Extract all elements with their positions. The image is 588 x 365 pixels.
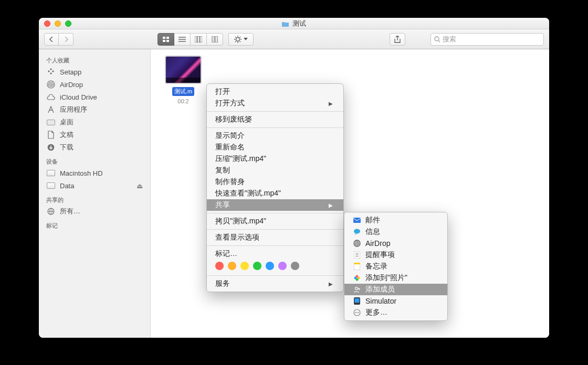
menu-view-options[interactable]: 查看显示选项 (207, 232, 343, 243)
sidebar-item-applications[interactable]: 应用程序 (39, 103, 150, 116)
share-messages[interactable]: 信息 (344, 226, 447, 238)
tag-purple[interactable] (278, 262, 287, 270)
icon-view-button[interactable] (158, 33, 174, 46)
menu-alias[interactable]: 制作替身 (207, 176, 343, 188)
svg-point-9 (236, 37, 240, 41)
sidebar-item-icloud[interactable]: iCloud Drive (39, 91, 150, 103)
svg-line-15 (240, 41, 240, 41)
tag-green[interactable] (253, 262, 261, 270)
share-mail[interactable]: 邮件 (344, 214, 447, 226)
tag-yellow[interactable] (240, 262, 249, 270)
menu-open-with[interactable]: 打开方式▶ (207, 98, 343, 109)
share-airdrop[interactable]: AirDrop (344, 238, 447, 249)
share-add-people[interactable]: 添加成员 (344, 284, 447, 295)
share-reminders[interactable]: 提醒事项 (344, 249, 447, 261)
forward-button[interactable] (59, 33, 74, 46)
svg-point-21 (49, 82, 54, 87)
tag-red[interactable] (215, 262, 224, 270)
list-view-button[interactable] (174, 33, 191, 46)
close-button[interactable] (44, 20, 50, 27)
sidebar-header-favorites: 个人收藏 (39, 52, 150, 66)
share-notes[interactable]: 备忘录 (344, 261, 447, 272)
share-simulator[interactable]: Simulator (344, 295, 447, 307)
add-people-icon (353, 285, 361, 294)
minimize-button[interactable] (55, 20, 61, 27)
file-item[interactable]: 测试.m 00:2 (160, 56, 206, 104)
sidebar-item-desktop[interactable]: 桌面 (39, 116, 150, 128)
photos-icon (353, 274, 361, 282)
disk-icon (46, 181, 56, 190)
downloads-icon (46, 143, 56, 152)
menu-separator (207, 229, 343, 230)
menu-copy[interactable]: 拷贝"测试.mp4" (207, 216, 343, 227)
applications-icon (46, 105, 56, 114)
simulator-icon (353, 297, 361, 305)
share-more[interactable]: 更多… (344, 307, 447, 318)
share-photos[interactable]: 添加到"照片" (344, 272, 447, 284)
sidebar: 个人收藏 Setapp AirDrop iCloud Drive 应用程序 桌面… (39, 49, 151, 338)
svg-rect-8 (215, 36, 217, 42)
svg-rect-1 (166, 37, 169, 39)
menu-quicklook[interactable]: 快速查看"测试.mp4" (207, 188, 343, 199)
cloud-icon (46, 92, 56, 102)
menu-services[interactable]: 服务▶ (207, 278, 343, 289)
sidebar-item-setapp[interactable]: Setapp (39, 66, 150, 78)
svg-line-19 (438, 40, 440, 42)
sidebar-header-shared: 共享的 (39, 192, 150, 205)
sidebar-item-data[interactable]: Data⏏ (39, 179, 150, 192)
sidebar-item-documents[interactable]: 文稿 (39, 128, 150, 141)
back-button[interactable] (44, 33, 59, 46)
svg-line-16 (235, 41, 236, 41)
nav-buttons (44, 33, 74, 46)
setapp-icon (46, 67, 56, 77)
tag-orange[interactable] (228, 262, 236, 270)
toolbar: 搜索 (39, 29, 549, 49)
svg-point-45 (356, 312, 358, 313)
search-icon (434, 36, 440, 42)
svg-point-27 (356, 242, 358, 244)
svg-rect-4 (195, 36, 197, 42)
svg-point-44 (355, 312, 356, 313)
menu-open[interactable]: 打开 (207, 86, 343, 98)
svg-rect-0 (163, 37, 165, 39)
menu-tags-label: 标记… (207, 248, 343, 260)
context-menu: 打开 打开方式▶ 移到废纸篓 显示简介 重新命名 压缩"测试.mp4" 复制 制… (206, 83, 344, 292)
eject-icon[interactable]: ⏏ (136, 182, 143, 190)
sidebar-item-macintosh-hd[interactable]: Macintosh HD (39, 167, 150, 179)
sidebar-header-devices: 设备 (39, 154, 150, 167)
menu-trash[interactable]: 移到废纸篓 (207, 114, 343, 125)
column-view-button[interactable] (191, 33, 207, 46)
file-thumbnail[interactable] (165, 56, 202, 84)
documents-icon (46, 130, 56, 139)
share-button[interactable] (390, 33, 405, 46)
sidebar-item-airdrop[interactable]: AirDrop (39, 78, 150, 91)
action-menu-button[interactable] (228, 33, 254, 46)
desktop-icon (46, 117, 56, 127)
file-name: 测试.m (172, 87, 194, 96)
submenu-arrow-icon: ▶ (329, 101, 333, 106)
menu-duplicate[interactable]: 复制 (207, 165, 343, 176)
search-field[interactable]: 搜索 (430, 33, 544, 46)
menu-get-info[interactable]: 显示简介 (207, 130, 343, 142)
sidebar-item-all-shared[interactable]: 所有… (39, 205, 150, 218)
svg-line-14 (235, 37, 236, 37)
svg-point-40 (355, 287, 358, 290)
menu-separator (207, 213, 343, 213)
menu-separator (207, 245, 343, 246)
more-icon (353, 308, 361, 317)
tag-gray[interactable] (291, 262, 299, 270)
svg-line-17 (240, 37, 240, 37)
menu-rename[interactable]: 重新命名 (207, 142, 343, 153)
sidebar-item-downloads[interactable]: 下载 (39, 141, 150, 154)
svg-rect-25 (353, 218, 361, 223)
tag-blue[interactable] (266, 262, 274, 270)
disk-icon (46, 168, 56, 178)
menu-share[interactable]: 共享▶ (207, 199, 343, 211)
menu-separator (207, 275, 343, 276)
menu-compress[interactable]: 压缩"测试.mp4" (207, 153, 343, 165)
zoom-button[interactable] (65, 20, 71, 27)
svg-rect-7 (212, 36, 214, 42)
submenu-arrow-icon: ▶ (329, 281, 333, 287)
gallery-view-button[interactable] (207, 33, 223, 46)
view-mode-buttons (158, 33, 223, 46)
